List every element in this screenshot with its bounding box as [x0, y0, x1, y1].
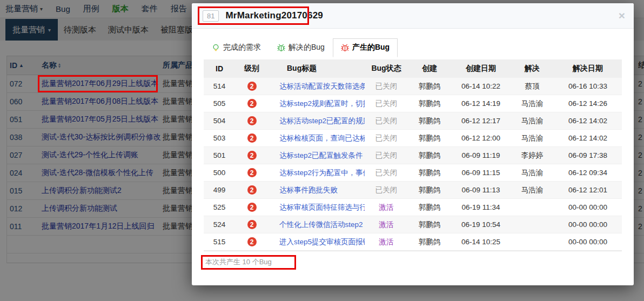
bug-status-cell: 已关闭: [365, 82, 408, 91]
bug-level-cell: 2: [235, 151, 269, 160]
bug-creator-cell: 郭鹏鸽: [408, 82, 451, 91]
close-icon[interactable]: ×: [619, 10, 625, 21]
tab-产生的Bug[interactable]: 产生的Bug: [333, 38, 398, 57]
bug-status-cell: 已关闭: [365, 151, 408, 160]
bug-created-date-cell: 06-09 11:15: [451, 169, 511, 177]
bug-created-date-cell: 06-14 10:22: [451, 82, 511, 90]
bug-status-cell: 已关闭: [365, 116, 408, 126]
bug-created-date-cell: 06-12 12:00: [451, 134, 511, 142]
bug-resolved-date-cell: 06-12 12:01: [554, 186, 622, 194]
bug-title-link[interactable]: 达标活动step2已配置的规则: [279, 117, 365, 125]
bug-id-cell: 524: [204, 220, 235, 229]
bug-table-row: 5252达标审核页面特征筛选与行为激活郭鹏鸽06-19 11:3400-00 0…: [204, 199, 622, 216]
bug-table-row: 5002达标step2行为配置中，事件已关闭郭鹏鸽06-09 11:15马浩渝0…: [204, 164, 622, 182]
bug-count-summary: 本次共产生 10 个Bug: [204, 251, 622, 267]
bug-table-header: ID级别Bug标题Bug状态创建创建日期解决解决日期: [204, 59, 622, 78]
severity-2-icon: 2: [247, 116, 257, 125]
bug-column-header-创建日期: 创建日期: [451, 64, 511, 73]
bug-created-date-cell: 06-14 10:25: [451, 238, 511, 246]
bug-status-cell: 已关闭: [365, 133, 408, 143]
bug-title-cell: 达标事件跑批失败: [269, 185, 365, 195]
bug-creator-cell: 郭鹏鸽: [408, 99, 451, 109]
modal-body: 完成的需求解决的Bug产生的Bug ID级别Bug标题Bug状态创建创建日期解决…: [192, 29, 634, 267]
bug-id-cell: 500: [204, 169, 235, 177]
bug-title-link[interactable]: 达标step2行为配置中，事件: [279, 169, 365, 177]
bug-title-link[interactable]: 达标检核页面，查询已达标的: [279, 134, 365, 142]
bug-column-header-ID: ID: [204, 64, 235, 73]
severity-2-icon: 2: [247, 99, 257, 108]
bug-resolver-cell: 马浩渝: [511, 185, 554, 195]
bug-creator-cell: 郭鹏鸽: [408, 203, 451, 212]
bug-level-cell: 2: [235, 99, 269, 108]
bug-column-header-解决日期: 解决日期: [554, 64, 622, 73]
severity-2-icon: 2: [247, 237, 257, 246]
bug-title-link[interactable]: 达标事件跑批失败: [279, 186, 338, 194]
bug-title-cell: 达标活动step2已配置的规则: [269, 116, 365, 126]
tab-完成的需求[interactable]: 完成的需求: [204, 38, 269, 57]
bug-resolver-cell: 马浩渝: [511, 99, 554, 109]
bug-table-row: 5052达标step2规则配置时，切换已关闭郭鹏鸽06-12 14:19马浩渝0…: [204, 95, 622, 112]
bug-level-cell: 2: [235, 168, 269, 177]
bug-creator-cell: 郭鹏鸽: [408, 168, 451, 178]
bug-red-icon: [341, 44, 349, 52]
bug-status-cell: 激活: [365, 237, 408, 247]
bug-id-cell: 505: [204, 99, 235, 108]
bug-creator-cell: 郭鹏鸽: [408, 116, 451, 126]
bug-table-row: 4992达标事件跑批失败已关闭郭鹏鸽06-09 11:13马浩渝06-12 12…: [204, 182, 622, 199]
bug-id-cell: 514: [204, 82, 235, 90]
severity-2-icon: 2: [247, 185, 257, 195]
bug-id-cell: 515: [204, 238, 235, 246]
bug-resolved-date-cell: 06-09 17:38: [554, 151, 622, 159]
severity-2-icon: 2: [247, 151, 257, 160]
bug-resolver-cell: 马浩渝: [511, 116, 554, 126]
bug-table-row: 5032达标检核页面，查询已达标的已关闭郭鹏鸽06-12 12:00马浩渝06-…: [204, 130, 622, 147]
bug-title-link[interactable]: 达标step2规则配置时，切换: [279, 99, 365, 108]
bug-title-cell: 达标检核页面，查询已达标的: [269, 133, 365, 143]
bug-column-header-级别: 级别: [235, 64, 269, 73]
bug-column-header-Bug标题: Bug标题: [269, 64, 365, 73]
bug-status-cell: 激活: [365, 203, 408, 212]
bug-title-link[interactable]: 个性化上传微信活动step2，: [279, 220, 365, 229]
bug-status-cell: 已关闭: [365, 99, 408, 109]
bug-table-row: 5152进入step5提交审核页面报错激活郭鹏鸽06-14 10:2500-00…: [204, 233, 622, 251]
bug-table-row: 5012达标step2已配置触发条件：已关闭郭鹏鸽06-09 11:19李婷婷0…: [204, 147, 622, 164]
bug-status-cell: 已关闭: [365, 168, 408, 178]
modal-header: 81 MrMarketing20170629 ×: [192, 3, 634, 29]
bug-title-link[interactable]: 达标活动配置按天数筛选条件: [279, 82, 365, 90]
bug-title-link[interactable]: 进入step5提交审核页面报错: [279, 238, 365, 246]
bug-resolved-date-cell: 00-00 00:00: [554, 203, 622, 211]
version-detail-modal: 81 MrMarketing20170629 × 完成的需求解决的Bug产生的B…: [192, 3, 634, 285]
severity-2-icon: 2: [247, 168, 257, 177]
bug-resolved-date-cell: 06-12 14:02: [554, 117, 622, 125]
bug-level-cell: 2: [235, 133, 269, 143]
bug-title-link[interactable]: 达标审核页面特征筛选与行为: [279, 203, 365, 211]
bug-title-cell: 达标step2行为配置中，事件: [269, 168, 365, 178]
bug-created-date-cell: 06-09 11:13: [451, 186, 511, 194]
bug-green-icon: [277, 44, 285, 52]
bug-table-row: 5142达标活动配置按天数筛选条件已关闭郭鹏鸽06-14 10:22蔡顶06-1…: [204, 78, 622, 95]
bug-level-cell: 2: [235, 237, 269, 246]
bug-id-cell: 501: [204, 151, 235, 159]
tab-label: 产生的Bug: [352, 43, 390, 52]
bug-resolved-date-cell: 06-12 14:26: [554, 99, 622, 108]
bulb-icon: [212, 44, 220, 52]
bug-resolved-date-cell: 06-16 10:33: [554, 82, 622, 90]
bug-table-row: 5042达标活动step2已配置的规则已关闭郭鹏鸽06-12 12:17马浩渝0…: [204, 112, 622, 130]
bug-resolver-cell: 蔡顶: [511, 82, 554, 91]
bug-resolved-date-cell: 06-12 14:02: [554, 134, 622, 142]
tab-解决的Bug[interactable]: 解决的Bug: [269, 38, 333, 57]
modal-title: MrMarketing20170629: [225, 10, 323, 21]
bug-resolved-date-cell: 00-00 00:00: [554, 238, 622, 246]
bug-column-header-Bug状态: Bug状态: [365, 64, 408, 73]
bug-title-link[interactable]: 达标step2已配置触发条件：: [279, 151, 365, 159]
bug-created-date-cell: 06-12 14:19: [451, 99, 511, 108]
bug-title-cell: 达标审核页面特征筛选与行为: [269, 203, 365, 212]
bug-status-cell: 激活: [365, 220, 408, 230]
bug-status-cell: 已关闭: [365, 185, 408, 195]
bug-title-cell: 进入step5提交审核页面报错: [269, 237, 365, 247]
severity-2-icon: 2: [247, 82, 257, 91]
bug-title-cell: 达标step2规则配置时，切换: [269, 99, 365, 109]
bug-creator-cell: 郭鹏鸽: [408, 220, 451, 230]
bug-id-cell: 525: [204, 203, 235, 211]
modal-tabs: 完成的需求解决的Bug产生的Bug: [204, 38, 622, 57]
